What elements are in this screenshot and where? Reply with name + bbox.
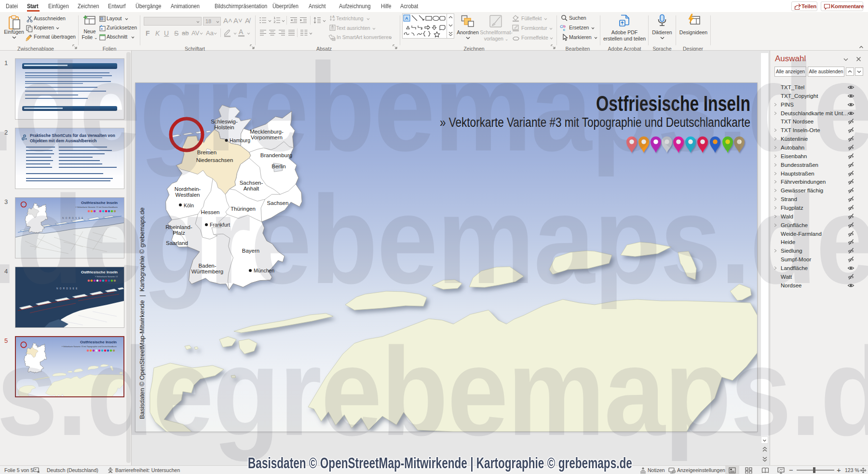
svg-text:Ostfriesische Inseln: Ostfriesische Inseln — [81, 270, 118, 274]
svg-text:Basisdaten © OpenStreetMap-Mit: Basisdaten © OpenStreetMap-Mitwirkende |… — [138, 207, 146, 419]
svg-text:Hessen: Hessen — [201, 209, 220, 215]
svg-text:Pfalz: Pfalz — [173, 230, 185, 236]
svg-text:Ostfriesische Inseln: Ostfriesische Inseln — [80, 340, 117, 344]
svg-text:» Vektorkarte Variante #3 mit: » Vektorkarte Variante #3 mit Topographi… — [440, 115, 750, 130]
svg-text:Sachsen: Sachsen — [267, 200, 289, 206]
svg-text:Köln: Köln — [184, 203, 194, 208]
svg-text:München: München — [254, 268, 274, 273]
svg-text:Schleswig-: Schleswig- — [211, 119, 238, 124]
svg-text:» Vektorkarte Variante #2: » Vektorkarte Variante #2 — [95, 275, 118, 278]
svg-text:Ostfriesische Inseln: Ostfriesische Inseln — [81, 201, 118, 205]
svg-text:» Vektorkarte Variante #3 mit: » Vektorkarte Variante #3 mit Topographi… — [62, 345, 117, 348]
svg-text:Mecklenburg-: Mecklenburg- — [250, 129, 284, 135]
svg-text:Niedersachsen: Niedersachsen — [196, 157, 233, 163]
svg-text:Nordrhein-: Nordrhein- — [175, 186, 201, 192]
svg-text:Holstein: Holstein — [214, 124, 234, 130]
svg-text:Bremen: Bremen — [197, 149, 217, 155]
svg-text:Württemberg: Württemberg — [191, 269, 223, 274]
svg-text:NORDSEE: NORDSEE — [62, 217, 85, 219]
svg-text:A: A — [405, 16, 408, 21]
svg-text:Thüringen: Thüringen — [231, 206, 256, 212]
svg-text:Saarland: Saarland — [166, 240, 188, 246]
svg-text:Sachsen-: Sachsen- — [240, 180, 263, 186]
svg-text:Ostfriesische Inseln: Ostfriesische Inseln — [596, 92, 750, 115]
svg-text:Hamburg: Hamburg — [230, 137, 250, 143]
svg-text:Rheinland-: Rheinland- — [165, 224, 192, 230]
svg-text:Frankfurt: Frankfurt — [210, 222, 230, 228]
svg-text:Vorpommern: Vorpommern — [251, 135, 283, 140]
svg-text:Berlin: Berlin — [271, 163, 285, 169]
svg-text:Brandenburg: Brandenburg — [260, 152, 293, 158]
svg-text:Westfalen: Westfalen — [176, 192, 200, 198]
svg-text:Baden-: Baden- — [198, 263, 216, 269]
svg-text:c: c — [563, 27, 566, 31]
svg-text:Anhalt: Anhalt — [244, 186, 259, 191]
svg-text:A: A — [332, 15, 335, 18]
svg-text:NORDSEE: NORDSEE — [56, 287, 79, 290]
svg-text:Bayern: Bayern — [242, 248, 259, 254]
svg-text:» Vektorkarte Variante #2 mit: » Vektorkarte Variante #2 mit Deutschlan… — [76, 206, 118, 208]
